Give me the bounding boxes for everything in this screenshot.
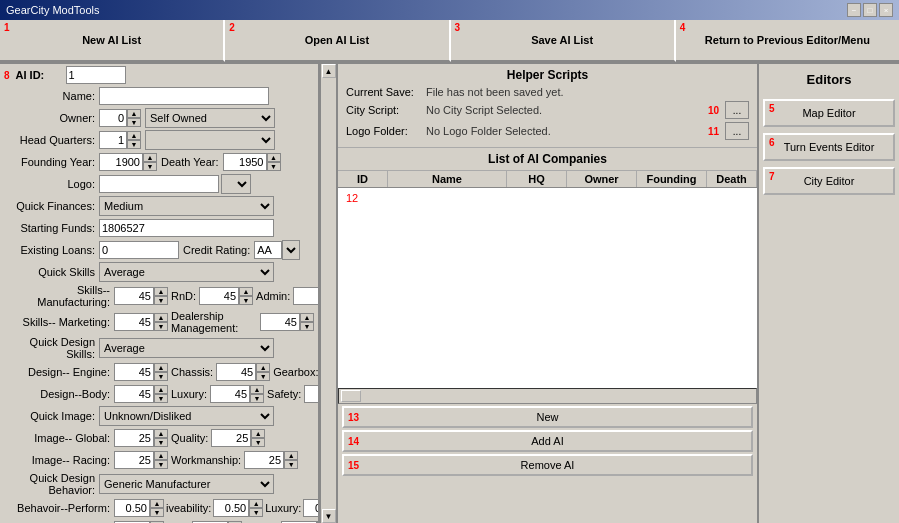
mkt-down[interactable]: ▼ — [154, 322, 168, 331]
image-quality-input[interactable] — [211, 429, 251, 447]
racing-up[interactable]: ▲ — [154, 451, 168, 460]
logo-folder-btn[interactable]: ... — [725, 122, 749, 140]
scrollbar-thumb[interactable] — [341, 390, 361, 402]
add-ai-button[interactable]: 14 Add AI — [342, 430, 753, 452]
design-engine-input[interactable] — [114, 363, 154, 381]
owner-select[interactable]: Self Owned Player Owned — [145, 108, 275, 128]
map-editor-button[interactable]: 5 Map Editor — [763, 99, 895, 127]
safety-input[interactable] — [304, 385, 320, 403]
quick-design-select[interactable]: AverageLowHigh — [99, 338, 274, 358]
dealer-down[interactable]: ▼ — [300, 322, 314, 331]
hq-up-btn[interactable]: ▲ — [127, 131, 141, 140]
mfg-down[interactable]: ▼ — [154, 296, 168, 305]
founding-down-btn[interactable]: ▼ — [143, 162, 157, 171]
skills-mfg-input[interactable] — [114, 287, 154, 305]
scroll-down-btn[interactable]: ▼ — [322, 509, 336, 523]
engine-up[interactable]: ▲ — [154, 363, 168, 372]
left-panel-scrollbar[interactable]: ▲ ▼ — [320, 64, 336, 523]
workmanship-up[interactable]: ▲ — [284, 451, 298, 460]
mkt-up[interactable]: ▲ — [154, 313, 168, 322]
image-racing-input[interactable] — [114, 451, 154, 469]
image-racing-row: Image-- Racing: ▲▼ Workmanship: ▲▼ — [4, 450, 314, 470]
founding-up-btn[interactable]: ▲ — [143, 153, 157, 162]
turn-events-label: Turn Events Editor — [784, 141, 875, 153]
driveability-input[interactable] — [213, 499, 249, 517]
quality-up[interactable]: ▲ — [251, 429, 265, 438]
quick-finances-select[interactable]: MediumLowHigh — [99, 196, 274, 216]
hq-spinner-input[interactable] — [99, 131, 127, 149]
logo-select[interactable] — [221, 174, 251, 194]
credit-rating-select[interactable] — [282, 240, 300, 260]
starting-funds-row: Starting Funds: — [4, 218, 314, 238]
owner-spinner-input[interactable] — [99, 109, 127, 127]
chassis-up[interactable]: ▲ — [256, 363, 270, 372]
image-workmanship-input[interactable] — [244, 451, 284, 469]
rnd-down[interactable]: ▼ — [239, 296, 253, 305]
close-button[interactable]: × — [879, 3, 893, 17]
perform-down[interactable]: ▼ — [150, 508, 164, 517]
drive-down[interactable]: ▼ — [249, 508, 263, 517]
scroll-up-btn[interactable]: ▲ — [322, 64, 336, 78]
new-button[interactable]: 13 New — [342, 406, 753, 428]
quick-design-behavior-select[interactable]: Generic ManufacturerSportsLuxury — [99, 474, 274, 494]
drive-up[interactable]: ▲ — [249, 499, 263, 508]
perform-up[interactable]: ▲ — [150, 499, 164, 508]
save-ai-list-button[interactable]: 3 Save AI List — [451, 20, 676, 62]
global-up[interactable]: ▲ — [154, 429, 168, 438]
companies-h-scrollbar[interactable] — [338, 388, 757, 404]
hq-down-btn[interactable]: ▼ — [127, 140, 141, 149]
dealer-up[interactable]: ▲ — [300, 313, 314, 322]
starting-funds-input[interactable] — [99, 219, 274, 237]
owner-down-btn[interactable]: ▼ — [127, 118, 141, 127]
body-up[interactable]: ▲ — [154, 385, 168, 394]
behavior-perform-input[interactable] — [114, 499, 150, 517]
credit-rating-input[interactable] — [254, 241, 282, 259]
body-down[interactable]: ▼ — [154, 394, 168, 403]
name-input[interactable] — [99, 87, 269, 105]
death-up-btn[interactable]: ▲ — [267, 153, 281, 162]
col-name: Name — [388, 171, 507, 187]
starting-funds-label: Starting Funds: — [4, 222, 99, 234]
death-down-btn[interactable]: ▼ — [267, 162, 281, 171]
global-down[interactable]: ▼ — [154, 438, 168, 447]
title-bar-text: GearCity ModTools — [6, 4, 100, 16]
skills-admin-input[interactable] — [293, 287, 320, 305]
existing-loans-input[interactable] — [99, 241, 179, 259]
skills-dealer-input[interactable] — [260, 313, 300, 331]
racing-down[interactable]: ▼ — [154, 460, 168, 469]
image-global-input[interactable] — [114, 429, 154, 447]
open-ai-list-num: 2 — [229, 22, 235, 33]
city-editor-button[interactable]: 7 City Editor — [763, 167, 895, 195]
rnd-up[interactable]: ▲ — [239, 287, 253, 296]
new-ai-list-button[interactable]: 1 New AI List — [0, 20, 225, 62]
quick-skills-select[interactable]: AverageLowHigh — [99, 262, 274, 282]
mfg-up[interactable]: ▲ — [154, 287, 168, 296]
ai-id-input[interactable] — [66, 66, 126, 84]
skills-rnd-input[interactable] — [199, 287, 239, 305]
chassis-input[interactable] — [216, 363, 256, 381]
hq-row: Head Quarters: ▲ ▼ — [4, 130, 314, 150]
quick-image-select[interactable]: Unknown/DislikedKnownLoved — [99, 406, 274, 426]
maximize-button[interactable]: □ — [863, 3, 877, 17]
remove-ai-button[interactable]: 15 Remove AI — [342, 454, 753, 476]
design-body-input[interactable] — [114, 385, 154, 403]
engine-down[interactable]: ▼ — [154, 372, 168, 381]
hq-select[interactable] — [145, 130, 275, 150]
death-input[interactable] — [223, 153, 267, 171]
minimize-button[interactable]: − — [847, 3, 861, 17]
luxury-up[interactable]: ▲ — [250, 385, 264, 394]
chassis-down[interactable]: ▼ — [256, 372, 270, 381]
founding-input[interactable] — [99, 153, 143, 171]
open-ai-list-button[interactable]: 2 Open AI List — [225, 20, 450, 62]
return-button[interactable]: 4 Return to Previous Editor/Menu — [676, 20, 899, 62]
skills-mkt-input[interactable] — [114, 313, 154, 331]
luxury-input[interactable] — [210, 385, 250, 403]
luxury-down[interactable]: ▼ — [250, 394, 264, 403]
workmanship-down[interactable]: ▼ — [284, 460, 298, 469]
logo-input[interactable] — [99, 175, 219, 193]
owner-up-btn[interactable]: ▲ — [127, 109, 141, 118]
turn-events-editor-button[interactable]: 6 Turn Events Editor — [763, 133, 895, 161]
behavior-luxury-input[interactable] — [303, 499, 320, 517]
city-script-btn[interactable]: ... — [725, 101, 749, 119]
quality-down[interactable]: ▼ — [251, 438, 265, 447]
